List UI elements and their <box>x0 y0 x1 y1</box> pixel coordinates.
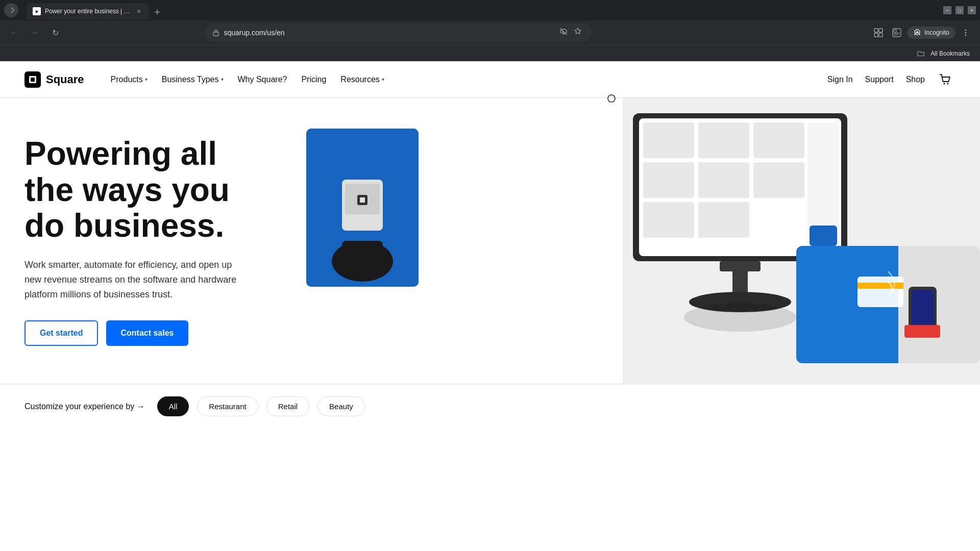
svg-rect-34 <box>698 202 749 238</box>
menu-button[interactable] <box>958 24 974 41</box>
shop-link[interactable]: Shop <box>904 71 927 88</box>
svg-point-12 <box>965 32 966 34</box>
filter-label: Customize your experience by → <box>24 402 145 411</box>
svg-rect-22 <box>360 197 365 203</box>
site-nav: Square Products ▾ Business Types ▾ Why S… <box>0 61 980 98</box>
sign-in-link[interactable]: Sign In <box>825 71 855 88</box>
card-reader-image <box>306 129 419 287</box>
svg-rect-27 <box>753 122 804 158</box>
svg-rect-28 <box>643 162 694 198</box>
filter-chip-beauty[interactable]: Beauty <box>317 396 365 416</box>
svg-rect-33 <box>643 202 694 238</box>
tab-title: Power your entire business | Sq <box>45 8 131 15</box>
website-content: Square Products ▾ Business Types ▾ Why S… <box>0 61 980 429</box>
nav-link-products[interactable]: Products ▾ <box>105 71 154 88</box>
tab-bar: ■ Power your entire business | Sq × + <box>22 1 939 19</box>
svg-rect-32 <box>810 226 837 246</box>
browser-chrome: ■ Power your entire business | Sq × + ─ … <box>0 0 980 61</box>
svg-rect-42 <box>857 283 903 289</box>
nav-right: Sign In Support Shop <box>825 69 955 90</box>
nav-link-why-square[interactable]: Why Square? <box>232 71 293 88</box>
svg-rect-1 <box>874 29 878 32</box>
svg-rect-45 <box>904 325 940 338</box>
svg-point-11 <box>965 30 966 31</box>
chevron-down-icon: ▾ <box>221 77 224 82</box>
svg-point-14 <box>944 83 945 84</box>
hero-heading: Powering all the ways you do business. <box>24 136 249 243</box>
folder-icon <box>917 50 924 57</box>
svg-rect-0 <box>213 32 218 36</box>
hero-content: Powering all the ways you do business. W… <box>0 105 274 377</box>
reload-button[interactable]: ↻ <box>47 24 63 41</box>
eye-slash-icon[interactable] <box>557 26 570 40</box>
nav-link-business-types[interactable]: Business Types ▾ <box>156 71 230 88</box>
maximize-button[interactable]: □ <box>955 6 964 14</box>
nav-links: Products ▾ Business Types ▾ Why Square? … <box>105 71 825 88</box>
right-toolbar: Incognito <box>870 24 974 41</box>
get-started-button[interactable]: Get started <box>24 320 98 346</box>
tap-payment-image <box>796 246 980 363</box>
nav-link-resources[interactable]: Resources ▾ <box>334 71 390 88</box>
minimize-button[interactable]: ─ <box>943 6 951 14</box>
svg-point-15 <box>947 83 949 84</box>
window-controls: ─ □ × <box>943 6 976 14</box>
svg-rect-25 <box>643 122 694 158</box>
svg-point-38 <box>684 303 796 332</box>
svg-point-13 <box>965 35 966 36</box>
incognito-label: Incognito <box>924 29 949 36</box>
profile-icon[interactable] <box>889 24 905 41</box>
svg-rect-30 <box>753 162 804 198</box>
hero-subtext: Work smarter, automate for efficiency, a… <box>24 258 249 302</box>
svg-rect-29 <box>698 162 749 198</box>
bookmark-star-icon[interactable] <box>572 26 584 40</box>
svg-rect-4 <box>879 33 883 37</box>
all-bookmarks-label[interactable]: All Bookmarks <box>926 47 974 60</box>
svg-rect-3 <box>874 33 878 37</box>
svg-rect-44 <box>912 290 934 330</box>
svg-rect-18 <box>342 241 383 271</box>
chevron-down-icon: ▾ <box>145 77 148 82</box>
filter-chip-all[interactable]: All <box>157 396 189 416</box>
svg-rect-2 <box>879 29 883 32</box>
nav-link-pricing[interactable]: Pricing <box>295 71 332 88</box>
address-bar[interactable]: squarup.com/us/en <box>204 23 592 42</box>
cart-button[interactable] <box>935 69 955 90</box>
logo-link[interactable]: Square <box>24 71 84 88</box>
close-button[interactable]: × <box>968 6 976 14</box>
forward-button[interactable]: → <box>27 24 43 41</box>
lock-icon <box>212 29 219 36</box>
hero-buttons: Get started Contact sales <box>24 320 249 346</box>
svg-rect-26 <box>698 122 749 158</box>
new-tab-button[interactable]: + <box>150 5 164 19</box>
filter-chip-restaurant[interactable]: Restaurant <box>197 396 258 416</box>
logo-icon <box>24 71 41 88</box>
svg-rect-6 <box>894 30 896 32</box>
support-link[interactable]: Support <box>863 71 896 88</box>
tab-group-button[interactable] <box>4 3 18 17</box>
bookmarks-bar: All Bookmarks <box>0 45 980 61</box>
filter-chip-retail[interactable]: Retail <box>266 396 309 416</box>
logo-text: Square <box>46 73 84 86</box>
contact-sales-button[interactable]: Contact sales <box>106 320 188 346</box>
svg-rect-41 <box>857 277 903 307</box>
incognito-button[interactable]: Incognito <box>907 27 955 39</box>
chevron-down-icon: ▾ <box>382 77 384 82</box>
logo-icon-inner <box>29 76 36 83</box>
title-bar: ■ Power your entire business | Sq × + ─ … <box>0 0 980 20</box>
address-bar-row: ← → ↻ squarup.com/us/en <box>0 20 980 45</box>
address-bar-icons <box>557 26 584 40</box>
extensions-button[interactable] <box>870 24 887 41</box>
filter-bar: Customize your experience by → All Resta… <box>0 384 980 429</box>
url-text: squarup.com/us/en <box>224 29 284 37</box>
active-tab[interactable]: ■ Power your entire business | Sq × <box>27 3 149 19</box>
tab-close-button[interactable]: × <box>135 7 143 15</box>
tab-favicon: ■ <box>33 7 41 15</box>
hero-section: Powering all the ways you do business. W… <box>0 98 980 384</box>
back-button[interactable]: ← <box>6 24 22 41</box>
